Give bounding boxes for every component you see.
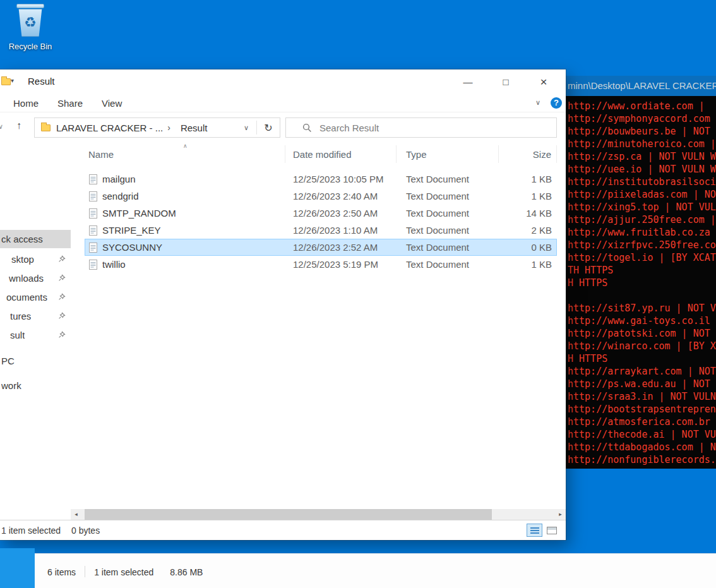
address-dropdown-icon[interactable]: ∨: [244, 124, 249, 132]
console-line: http://piixeladas.com | NO: [568, 188, 716, 201]
file-size: 1 KB: [499, 191, 557, 201]
file-row-sendgrid[interactable]: sendgrid 12/26/2023 2:40 AM Text Documen…: [85, 188, 557, 205]
console-titlebar[interactable]: minn\Desktop\LARAVEL CRACKER -: [566, 76, 716, 96]
sidebar-item-label: sktop: [11, 254, 34, 265]
thumbnail-icon: [547, 527, 557, 534]
sidebar-item-this-pc[interactable]: PC: [0, 352, 71, 370]
console-line: http://xing5.top | NOT VUL: [568, 201, 716, 213]
search-box[interactable]: [285, 117, 557, 138]
address-bar[interactable]: LARAVEL CRACKER - ... › Result ∨ ↻: [34, 117, 280, 138]
scrollbar-thumb[interactable]: [85, 509, 492, 520]
horizontal-scrollbar[interactable]: ◂ ▸: [71, 509, 566, 520]
sidebar-item-downloads[interactable]: wnloads: [0, 269, 71, 287]
file-name: sendgrid: [102, 191, 285, 201]
recycle-bin[interactable]: ♻ Recycle Bin: [5, 4, 56, 51]
console-line: http://patotski.com | NOT: [568, 327, 716, 340]
recycle-bin-label: Recycle Bin: [5, 42, 56, 51]
sidebar-item-network[interactable]: work: [0, 376, 71, 395]
recent-locations-chevron-icon[interactable]: ∨: [0, 123, 3, 131]
column-label: Size: [533, 149, 551, 160]
sidebar-item-label: sult: [10, 330, 25, 340]
sidebar-item-label: ck access: [1, 234, 43, 244]
console-line: http://ajjur.250free.com |: [568, 213, 716, 226]
breadcrumb-parent[interactable]: LARAVEL CRACKER - ...: [56, 123, 163, 133]
divider: [85, 566, 85, 577]
tab-view[interactable]: View: [92, 96, 131, 111]
console-line: http://bouwbeurs.be | NOT: [568, 125, 716, 138]
search-input[interactable]: [319, 123, 556, 133]
column-label: Type: [406, 149, 427, 160]
console-line: http://sraa3.in | NOT VULN: [568, 390, 716, 403]
background-status-items: 6 items: [47, 567, 76, 577]
file-row-stripe-key[interactable]: STRIPE_KEY 12/26/2023 1:10 AM Text Docum…: [85, 222, 557, 239]
file-date: 12/25/2023 10:05 PM: [285, 174, 397, 184]
status-selection: 1 item selected: [1, 525, 61, 536]
help-button[interactable]: ?: [551, 97, 562, 109]
window-title: Result: [28, 76, 55, 87]
console-line: H HTTPS: [568, 277, 716, 289]
scroll-left-icon[interactable]: ◂: [71, 509, 81, 520]
minimize-button[interactable]: —: [452, 69, 484, 95]
sidebar-item-result[interactable]: sult: [0, 326, 71, 344]
file-row-twillio[interactable]: twillio 12/25/2023 5:19 PM Text Document…: [85, 256, 557, 273]
sidebar-item-quick-access[interactable]: ck access: [0, 230, 71, 248]
expand-ribbon-icon[interactable]: ∨: [535, 99, 540, 107]
console-line: http://institutobrasilsocia: [568, 176, 716, 188]
pin-icon: [58, 293, 66, 301]
column-header-size[interactable]: Size: [499, 145, 557, 163]
file-size: 1 KB: [499, 259, 557, 270]
file-date: 12/25/2023 5:19 PM: [285, 259, 397, 270]
console-line: http://uee.io | NOT VULN W: [568, 163, 716, 176]
tab-home[interactable]: Home: [4, 96, 48, 111]
sidebar-item-desktop[interactable]: sktop: [0, 250, 71, 268]
refresh-button[interactable]: ↻: [257, 122, 280, 134]
file-date: 12/26/2023 2:52 AM: [285, 242, 397, 253]
explorer-titlebar[interactable]: ▾ Result — □ ×: [0, 69, 566, 95]
file-type: Text Document: [397, 259, 499, 270]
background-status-selection: 1 item selected: [94, 567, 153, 577]
recycle-symbol-icon: ♻: [24, 16, 37, 30]
file-type: Text Document: [397, 225, 499, 236]
file-row-sycosunny[interactable]: SYCOSUNNY 12/26/2023 2:52 AM Text Docume…: [85, 239, 557, 256]
console-line: http://www.gai-toys.co.il: [568, 315, 716, 327]
console-line: [568, 289, 716, 302]
tab-share[interactable]: Share: [48, 96, 92, 111]
background-status-size: 8.86 MB: [170, 567, 203, 577]
large-icons-view-button[interactable]: [544, 524, 559, 537]
console-line: http://xizrfpvc.250free.com: [568, 239, 716, 251]
console-line: http://symphonyaccord.com |: [568, 112, 716, 125]
scroll-right-icon[interactable]: ▸: [555, 509, 566, 520]
explorer-window: ▾ Result — □ × Home Share View ∨ ? ∨ ↑ L…: [0, 69, 566, 540]
sidebar-item-label: PC: [1, 356, 15, 366]
file-date: 12/26/2023 2:50 AM: [285, 208, 397, 219]
folder-icon: [1, 78, 11, 85]
column-header-date-modified[interactable]: Date modified: [285, 145, 397, 163]
details-view-button[interactable]: [527, 524, 542, 537]
file-row-smtp-random[interactable]: SMTP_RANDOM 12/26/2023 2:50 AM Text Docu…: [85, 205, 557, 222]
file-size: 2 KB: [499, 225, 557, 236]
folder-icon: [41, 124, 51, 131]
close-button[interactable]: ×: [528, 69, 559, 95]
breadcrumb-current[interactable]: Result: [181, 123, 208, 133]
column-header-name[interactable]: Name ∧: [76, 145, 285, 163]
file-name: SYCOSUNNY: [102, 242, 285, 253]
quick-access-toolbar-arrow-icon[interactable]: ▾: [11, 77, 14, 84]
recycle-bin-body: ♻: [18, 9, 43, 37]
console-line: http://ps.wa.edu.au | NOT: [568, 378, 716, 390]
console-line: http://www.fruitlab.co.za: [568, 226, 716, 239]
text-document-icon: [85, 208, 102, 219]
file-row-mailgun[interactable]: mailgun 12/25/2023 10:05 PM Text Documen…: [85, 171, 557, 188]
address-row: ∨ ↑ LARAVEL CRACKER - ... › Result ∨ ↻: [0, 112, 566, 143]
console-line: http://bootstrapsentreprene: [568, 403, 716, 416]
file-size: 1 KB: [499, 174, 557, 184]
maximize-button[interactable]: □: [490, 69, 522, 95]
sidebar-item-pictures[interactable]: tures: [0, 307, 71, 325]
file-date: 12/26/2023 1:10 AM: [285, 225, 397, 236]
text-document-icon: [85, 225, 102, 236]
sidebar-item-label: ocuments: [6, 292, 47, 303]
up-button[interactable]: ↑: [16, 120, 21, 131]
sidebar-item-documents[interactable]: ocuments: [0, 288, 71, 306]
column-header-type[interactable]: Type: [397, 145, 499, 163]
pin-icon: [58, 312, 66, 320]
console-line: http://sit87.yp.ru | NOT V: [568, 302, 716, 315]
